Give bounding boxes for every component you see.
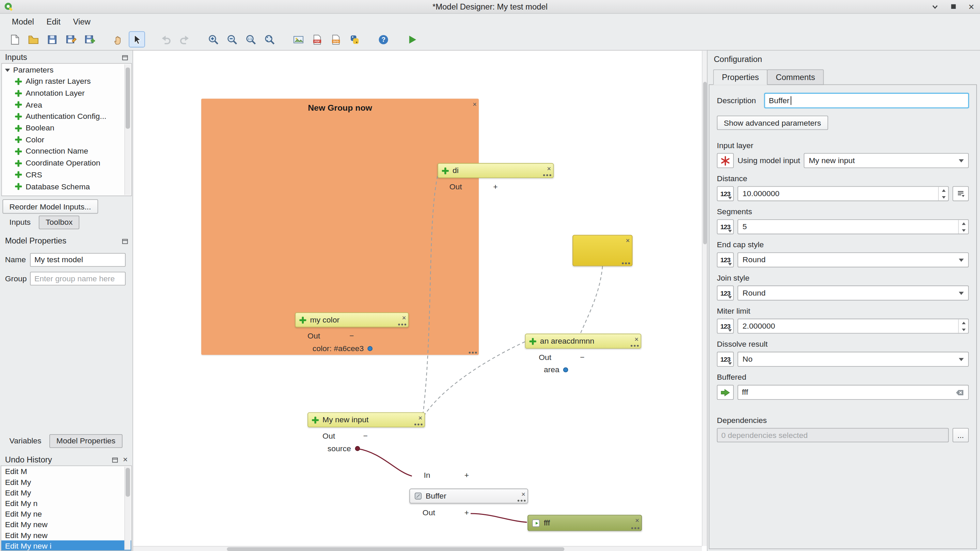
spin-down-button[interactable] [939, 194, 948, 201]
zoom-actual-button[interactable]: 1:1 [242, 31, 259, 48]
resize-handle[interactable] [631, 527, 640, 529]
remove-node-icon[interactable] [635, 516, 640, 524]
buffered-source-button[interactable] [717, 385, 734, 400]
connector-buffer-out-to-fff[interactable] [471, 514, 527, 522]
tab-model-properties[interactable]: Model Properties [49, 434, 122, 448]
remove-node-icon[interactable] [547, 164, 551, 172]
parameter-item[interactable]: Color [2, 134, 131, 145]
spinner-buttons[interactable] [958, 220, 968, 234]
show-advanced-parameters-button[interactable]: Show advanced parameters [717, 115, 828, 130]
tab-variables[interactable]: Variables [3, 435, 48, 447]
connector-source-to-buffer-in[interactable] [357, 449, 412, 476]
resize-handle[interactable] [631, 345, 639, 347]
node-an-area[interactable]: an areacdnmnn [525, 334, 641, 349]
node-fff[interactable]: fff [527, 515, 642, 531]
model-group-input[interactable] [30, 272, 126, 285]
export-as-pdf-button[interactable]: PDF [309, 31, 325, 48]
dependencies-browse-button[interactable]: ... [952, 428, 969, 443]
join-style-combobox[interactable]: Round [738, 285, 969, 300]
save-model-in-project-button[interactable] [81, 31, 98, 48]
remove-node-icon[interactable] [625, 236, 630, 244]
output-socket-dot[interactable] [563, 368, 568, 373]
description-input[interactable]: Buffer [764, 93, 969, 108]
scrollbar-thumb[interactable] [126, 67, 130, 129]
connector-di-to-my-new-input[interactable] [423, 170, 439, 413]
socket-collapse-toggle[interactable]: − [580, 353, 584, 361]
undo-scrollbar[interactable] [124, 467, 130, 549]
menu-model[interactable]: Model [6, 15, 40, 27]
float-panel-icon[interactable] [121, 53, 129, 61]
parameter-item[interactable]: Database Schema [2, 181, 131, 193]
new-model-button[interactable] [6, 31, 22, 48]
zoom-full-button[interactable] [261, 31, 277, 48]
float-panel-icon[interactable] [121, 237, 129, 245]
join-style-source-button[interactable]: 123 [717, 285, 734, 300]
segments-source-button[interactable]: 123 [717, 219, 734, 234]
resize-handle[interactable] [414, 424, 423, 426]
pan-tool-button[interactable] [110, 31, 126, 48]
output-socket-dot[interactable] [368, 346, 372, 351]
spinner-buttons[interactable] [958, 319, 968, 333]
undo-item[interactable]: Edit My [2, 477, 131, 487]
end-cap-source-button[interactable]: 123 [717, 252, 734, 268]
undo-item[interactable]: Edit My [2, 487, 131, 498]
scrollbar-thumb[interactable] [227, 547, 564, 551]
tree-root-parameters[interactable]: Parameters [2, 64, 131, 76]
export-as-image-button[interactable] [290, 31, 307, 48]
remove-node-icon[interactable] [635, 335, 639, 342]
undo-item-selected[interactable]: Edit My new i [2, 540, 131, 551]
input-layer-combobox[interactable]: My new input [804, 153, 969, 168]
parameter-item[interactable]: Authentication Config... [2, 111, 131, 122]
socket-collapse-toggle[interactable]: − [349, 332, 354, 341]
socket-collapse-toggle[interactable]: − [363, 432, 368, 441]
spin-down-button[interactable] [959, 227, 969, 234]
spin-up-button[interactable] [939, 187, 948, 194]
node-my-color[interactable]: my color [295, 312, 409, 327]
tab-toolbox[interactable]: Toolbox [39, 215, 80, 229]
parameter-item[interactable]: Area [2, 99, 131, 111]
menu-edit[interactable]: Edit [41, 15, 66, 27]
dissolve-source-button[interactable]: 123 [717, 352, 734, 367]
open-model-button[interactable] [25, 31, 41, 48]
canvas-vertical-scrollbar[interactable] [702, 51, 707, 546]
parameter-item[interactable]: Annotation Layer [2, 87, 131, 99]
float-panel-icon[interactable] [111, 455, 119, 463]
save-model-as-button[interactable] [63, 31, 79, 48]
tab-comments[interactable]: Comments [767, 70, 824, 85]
distance-spinbox[interactable]: 10.000000 [738, 186, 949, 201]
input-layer-source-button[interactable] [717, 153, 734, 168]
parameter-item[interactable]: Align raster Layers [2, 76, 131, 87]
parameter-item[interactable]: Coordinate Operation [2, 157, 131, 169]
maximize-button[interactable] [948, 2, 958, 11]
parameter-item[interactable]: CRS [2, 169, 131, 180]
segments-spinbox[interactable]: 5 [738, 219, 969, 234]
socket-expand-toggle[interactable]: + [465, 508, 469, 517]
resize-handle[interactable] [543, 174, 551, 177]
close-panel-icon[interactable] [121, 455, 129, 463]
resize-handle[interactable] [398, 323, 406, 326]
export-as-script-button[interactable] [346, 31, 363, 48]
source-socket-dot[interactable] [355, 446, 360, 451]
remove-node-icon[interactable] [418, 413, 423, 421]
end-cap-style-combobox[interactable]: Round [738, 252, 969, 268]
spin-up-button[interactable] [959, 319, 969, 326]
distance-source-button[interactable]: 123 [717, 186, 734, 201]
spin-down-button[interactable] [959, 326, 969, 333]
scrollbar-thumb[interactable] [126, 468, 130, 497]
menu-view[interactable]: View [67, 15, 96, 27]
parameter-item[interactable]: Boolean [2, 122, 131, 134]
socket-expand-toggle[interactable]: + [493, 183, 498, 191]
buffered-input[interactable]: fff [738, 385, 969, 400]
spin-up-button[interactable] [959, 220, 969, 227]
connector-an-area-to-my-new-input[interactable] [425, 342, 525, 414]
undo-button[interactable] [158, 31, 174, 48]
model-canvas[interactable]: New Group now di Out + my colo [133, 50, 707, 551]
tree-expander-icon[interactable] [5, 68, 10, 72]
model-name-input[interactable] [30, 253, 126, 267]
tab-inputs[interactable]: Inputs [3, 216, 37, 229]
remove-node-icon[interactable] [402, 314, 406, 322]
connector-comment-to-an-area[interactable] [581, 266, 602, 333]
node-buffer[interactable]: Buffer [409, 489, 528, 504]
close-button[interactable] [966, 2, 976, 11]
export-as-svg-button[interactable]: SVG [328, 31, 344, 48]
